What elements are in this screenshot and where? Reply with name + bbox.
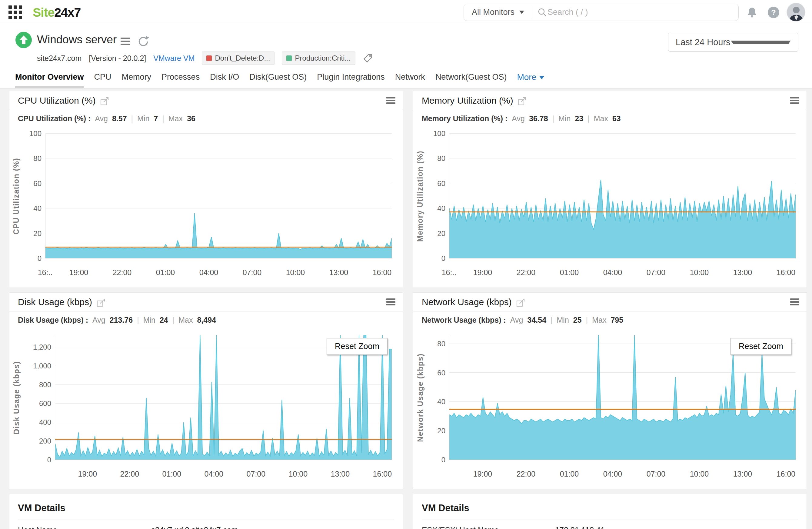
monitor-host: site24x7.com xyxy=(37,54,82,63)
average-threshold-line xyxy=(449,409,796,410)
search-input[interactable] xyxy=(548,8,717,17)
chart-menu-icon[interactable] xyxy=(790,96,799,105)
vmware-vm-link[interactable]: VMware VM xyxy=(153,54,194,63)
charts-row-2: Disk Usage (kbps) Disk Usage (kbps) : Av… xyxy=(9,292,807,489)
chart-stats: Disk Usage (kbps) : Avg213.76 | Min24 | … xyxy=(10,311,403,328)
average-threshold-line xyxy=(449,211,796,212)
y-tick-label: 1,200 xyxy=(21,343,51,351)
x-tick-label: 19:00 xyxy=(69,268,88,277)
plot-area[interactable] xyxy=(45,134,392,259)
monitor-menu-icon[interactable] xyxy=(120,38,130,47)
network-usage-chart[interactable]: Network Usage (kbps) 020406080 Reset Zoo… xyxy=(413,328,807,489)
monitor-title: Windows server xyxy=(37,33,117,46)
tab-network[interactable]: Network xyxy=(395,72,425,88)
disk-usage-panel: Disk Usage (kbps) Disk Usage (kbps) : Av… xyxy=(9,292,403,489)
divider xyxy=(422,519,798,520)
tab-memory[interactable]: Memory xyxy=(122,72,151,88)
reset-zoom-button[interactable]: Reset Zoom xyxy=(327,338,388,355)
memory-utilization-chart[interactable]: Memory Utilization (%) 020406080100 16:.… xyxy=(413,127,807,288)
cpu-utilization-chart[interactable]: CPU Utilization (%) 020406080100 16:..19… xyxy=(10,127,403,288)
refresh-icon[interactable] xyxy=(137,35,150,48)
chart-menu-icon[interactable] xyxy=(386,96,395,105)
x-tick-label: 19:00 xyxy=(473,470,492,479)
tab-network-guest-os[interactable]: Network(Guest OS) xyxy=(435,72,507,88)
expand-chart-icon[interactable] xyxy=(518,97,526,106)
y-tick-label: 0 xyxy=(425,456,445,464)
plot-area[interactable] xyxy=(449,134,796,259)
tag-color-green xyxy=(286,56,292,61)
vm-detail-row: Host Name s24x7-w10.site24x7.com xyxy=(18,525,394,529)
tab-disk-io[interactable]: Disk I/O xyxy=(210,72,239,88)
reset-zoom-button[interactable]: Reset Zoom xyxy=(730,338,792,355)
time-range-dropdown[interactable]: Last 24 Hours xyxy=(668,33,798,52)
user-avatar[interactable] xyxy=(786,3,805,21)
notifications-bell-icon[interactable] xyxy=(746,7,758,19)
x-tick-label: 16:00 xyxy=(777,268,796,277)
top-bar: Site24x7 All Monitors ? xyxy=(0,0,812,24)
y-tick-label: 60 xyxy=(425,179,445,188)
tag-chip-dont-delete[interactable]: Don't_Delete:D... xyxy=(202,52,275,65)
x-tick-label: 16:.. xyxy=(38,268,53,277)
y-tick-label: 20 xyxy=(425,427,445,435)
dashboard-content: CPU Utilization (%) CPU Utilization (%) … xyxy=(0,88,812,529)
expand-chart-icon[interactable] xyxy=(96,298,105,307)
y-tick-label: 800 xyxy=(21,381,51,389)
tab-cpu[interactable]: CPU xyxy=(94,72,112,88)
x-axis: 16:..19:0022:0001:0004:0007:0010:0013:00… xyxy=(45,267,392,277)
tab-monitor-overview[interactable]: Monitor Overview xyxy=(15,72,84,88)
plot-area[interactable]: Reset Zoom xyxy=(55,335,392,460)
all-monitors-dropdown[interactable]: All Monitors xyxy=(464,4,531,20)
tab-processes[interactable]: Processes xyxy=(161,72,200,88)
site24x7-logo[interactable]: Site24x7 xyxy=(33,5,81,20)
x-tick-label: 19:00 xyxy=(473,268,492,277)
tab-plugin-integrations[interactable]: Plugin Integrations xyxy=(317,72,385,88)
charts-row-1: CPU Utilization (%) CPU Utilization (%) … xyxy=(9,91,807,288)
x-tick-label: 07:00 xyxy=(647,470,666,479)
help-icon[interactable]: ? xyxy=(768,7,779,18)
chart-menu-icon[interactable] xyxy=(790,297,799,307)
expand-chart-icon[interactable] xyxy=(516,298,525,307)
area-series xyxy=(449,134,796,258)
area-series xyxy=(45,134,392,258)
tag-chip-production[interactable]: Production:Criti... xyxy=(282,52,355,65)
vm-details-title: VM Details xyxy=(422,494,798,514)
chart-stats: Memory Utilization (%) : Avg36.78 | Min2… xyxy=(413,110,807,127)
monitor-version: [Version - 20.0.2] xyxy=(89,54,146,63)
x-tick-label: 13:00 xyxy=(733,268,752,277)
x-tick-label: 22:00 xyxy=(517,470,536,479)
x-tick-label: 19:00 xyxy=(78,470,97,479)
tab-more[interactable]: More xyxy=(517,72,544,88)
y-tick-label: 0 xyxy=(21,254,42,263)
panel-header: Memory Utilization (%) xyxy=(413,91,807,110)
x-tick-label: 10:00 xyxy=(690,470,709,479)
panel-title: CPU Utilization (%) xyxy=(18,95,96,106)
expand-chart-icon[interactable] xyxy=(100,97,109,106)
x-tick-label: 22:00 xyxy=(120,470,140,479)
x-tick-label: 07:00 xyxy=(647,268,666,277)
cpu-utilization-panel: CPU Utilization (%) CPU Utilization (%) … xyxy=(9,91,403,288)
network-usage-panel: Network Usage (kbps) Network Usage (kbps… xyxy=(413,292,807,489)
x-tick-label: 22:00 xyxy=(113,268,132,277)
y-tick-label: 40 xyxy=(21,204,42,213)
disk-usage-chart[interactable]: Disk Usage (kbps) 02004006008001,0001,20… xyxy=(10,328,403,489)
panel-header: Network Usage (kbps) xyxy=(413,293,807,311)
tag-color-red xyxy=(206,56,212,61)
x-axis: 16:..19:0022:0001:0004:0007:0010:0013:00… xyxy=(449,267,796,277)
chart-menu-icon[interactable] xyxy=(386,297,395,307)
x-tick-label: 16:00 xyxy=(373,470,392,479)
x-tick-label: 01:00 xyxy=(162,470,182,479)
app-launcher-icon[interactable] xyxy=(9,5,23,19)
tab-disk-guest-os[interactable]: Disk(Guest OS) xyxy=(249,72,307,88)
x-tick-label: 07:00 xyxy=(247,470,266,479)
x-tick-label: 16:00 xyxy=(777,470,796,479)
time-range-value: Last 24 Hours xyxy=(676,37,731,47)
plot-area[interactable]: Reset Zoom xyxy=(449,335,796,460)
x-tick-label: 01:00 xyxy=(560,470,579,479)
y-tick-label: 20 xyxy=(21,229,42,238)
average-threshold-line xyxy=(55,439,392,440)
y-tick-label: 100 xyxy=(425,129,445,138)
y-axis: 020406080100 xyxy=(427,134,447,259)
tag-icon[interactable] xyxy=(363,53,373,63)
vm-details-panel-left: VM Details Host Name s24x7-w10.site24x7.… xyxy=(9,494,403,529)
chevron-down-icon xyxy=(519,11,524,14)
